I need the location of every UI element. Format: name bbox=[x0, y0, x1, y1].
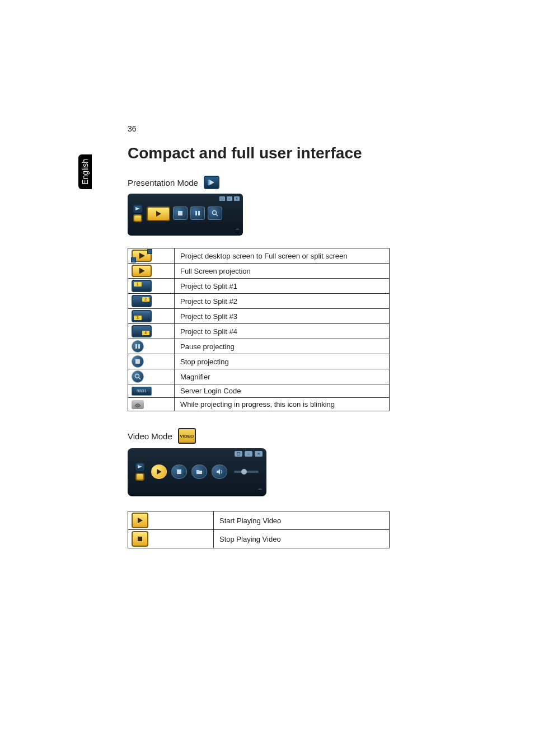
table-row: Magnifier bbox=[128, 369, 390, 384]
table-row: 4Project to Split #4 bbox=[128, 324, 390, 339]
icon-cell bbox=[128, 339, 175, 354]
svg-rect-18 bbox=[177, 469, 181, 474]
svg-rect-3 bbox=[178, 211, 182, 215]
video-mode-heading: Video Mode VIDEO bbox=[128, 428, 467, 444]
table-row: 9801Server Login Code bbox=[128, 384, 390, 398]
desc-cell: Project to Split #1 bbox=[175, 279, 390, 294]
video-icon-table: Start Playing VideoStop Playing Video bbox=[128, 511, 390, 548]
icon-cell bbox=[128, 354, 175, 369]
table-row: Full Screen projection bbox=[128, 264, 390, 279]
table-row: 3Project to Split #3 bbox=[128, 309, 390, 324]
full-play-icon bbox=[132, 265, 152, 277]
server-code-icon: 9801 bbox=[132, 387, 152, 396]
table-row: Stop projecting bbox=[128, 354, 390, 369]
split-2-icon: 2 bbox=[132, 295, 152, 307]
wifi-icon bbox=[132, 400, 144, 409]
page-number: 36 bbox=[128, 124, 137, 133]
volume-slider bbox=[234, 471, 259, 473]
desc-cell: Magnifier bbox=[175, 369, 390, 384]
desc-cell: Project to Split #4 bbox=[175, 324, 390, 339]
window-button: ◻ bbox=[219, 196, 225, 201]
section-title: Compact and full user interface bbox=[128, 144, 467, 162]
svg-rect-10 bbox=[135, 344, 137, 349]
split-play-icon bbox=[132, 250, 152, 262]
svg-rect-11 bbox=[138, 344, 140, 349]
split-1-icon: 1 bbox=[132, 280, 152, 292]
video-mode-tab-icon bbox=[133, 214, 142, 222]
window-button: ◻ bbox=[235, 451, 242, 457]
pause-icon bbox=[132, 340, 144, 353]
play-split-button bbox=[147, 206, 170, 221]
pause-button-icon bbox=[190, 206, 205, 220]
wifi-indicator: ⌢ bbox=[130, 226, 241, 233]
svg-marker-8 bbox=[139, 253, 144, 259]
table-row: Pause projecting bbox=[128, 339, 390, 354]
video-mode-icon: VIDEO bbox=[178, 428, 196, 444]
desc-cell: Start Playing Video bbox=[214, 511, 390, 530]
svg-marker-1 bbox=[135, 207, 140, 210]
table-row: Project desktop screen to Full screen or… bbox=[128, 248, 390, 264]
svg-marker-20 bbox=[138, 518, 143, 523]
desc-cell: Project desktop screen to Full screen or… bbox=[175, 248, 390, 264]
open-file-button bbox=[191, 464, 207, 479]
icon-cell: 2 bbox=[128, 294, 175, 309]
mode-switch-icon bbox=[135, 463, 144, 471]
svg-rect-5 bbox=[198, 211, 200, 215]
svg-marker-2 bbox=[156, 211, 161, 217]
svg-marker-0 bbox=[209, 180, 214, 185]
close-button: × bbox=[234, 196, 240, 201]
table-row: While projecting in progress, this icon … bbox=[128, 398, 390, 411]
svg-point-6 bbox=[213, 210, 217, 214]
video-compact-toolbar: ◻ – × ⌢ bbox=[128, 448, 266, 496]
desc-cell: Full Screen projection bbox=[175, 264, 390, 279]
presentation-icon-table: Project desktop screen to Full screen or… bbox=[128, 248, 390, 411]
table-row: Stop Playing Video bbox=[128, 530, 390, 548]
desc-cell: While projecting in progress, this icon … bbox=[175, 398, 390, 411]
presentation-mode-icon bbox=[204, 176, 219, 189]
video-play-icon bbox=[132, 513, 148, 528]
table-row: 1Project to Split #1 bbox=[128, 279, 390, 294]
icon-cell bbox=[128, 264, 175, 279]
svg-line-14 bbox=[139, 378, 140, 379]
svg-point-15 bbox=[137, 406, 138, 407]
svg-rect-4 bbox=[195, 211, 197, 215]
wifi-indicator: ⌢ bbox=[130, 485, 264, 494]
desc-cell: Stop projecting bbox=[175, 354, 390, 369]
stop-button-icon bbox=[173, 206, 188, 220]
table-row: Start Playing Video bbox=[128, 511, 390, 530]
icon-cell: 9801 bbox=[128, 384, 175, 398]
svg-marker-17 bbox=[157, 469, 162, 475]
presentation-mode-heading: Presentation Mode bbox=[128, 176, 467, 189]
icon-cell bbox=[128, 530, 214, 548]
presentation-compact-toolbar: ◻ – × ⌢ bbox=[128, 194, 243, 236]
magnifier-icon bbox=[132, 370, 144, 383]
video-stop-icon bbox=[132, 531, 148, 547]
magnifier-button-icon bbox=[208, 206, 222, 220]
icon-cell bbox=[128, 369, 175, 384]
video-mode-tab-icon bbox=[135, 473, 144, 481]
close-button: × bbox=[255, 451, 263, 457]
video-play-button bbox=[151, 464, 167, 479]
icon-cell: 4 bbox=[128, 324, 175, 339]
icon-cell: 3 bbox=[128, 309, 175, 324]
video-stop-button bbox=[171, 464, 187, 479]
icon-cell bbox=[128, 511, 214, 530]
desc-cell: Project to Split #3 bbox=[175, 309, 390, 324]
svg-marker-19 bbox=[217, 469, 220, 475]
split-4-icon: 4 bbox=[132, 325, 152, 337]
svg-line-7 bbox=[216, 214, 218, 216]
svg-rect-12 bbox=[135, 359, 140, 364]
language-tab: English bbox=[78, 154, 92, 189]
presentation-mode-label: Presentation Mode bbox=[128, 178, 198, 187]
svg-marker-16 bbox=[138, 465, 142, 468]
minimize-button: – bbox=[227, 196, 232, 201]
svg-rect-21 bbox=[138, 537, 142, 541]
svg-point-13 bbox=[135, 374, 139, 378]
desc-cell: Stop Playing Video bbox=[214, 530, 390, 548]
desc-cell: Pause projecting bbox=[175, 339, 390, 354]
icon-cell: 1 bbox=[128, 279, 175, 294]
desc-cell: Project to Split #2 bbox=[175, 294, 390, 309]
desc-cell: Server Login Code bbox=[175, 384, 390, 398]
table-row: 2Project to Split #2 bbox=[128, 294, 390, 309]
volume-button bbox=[212, 464, 227, 479]
